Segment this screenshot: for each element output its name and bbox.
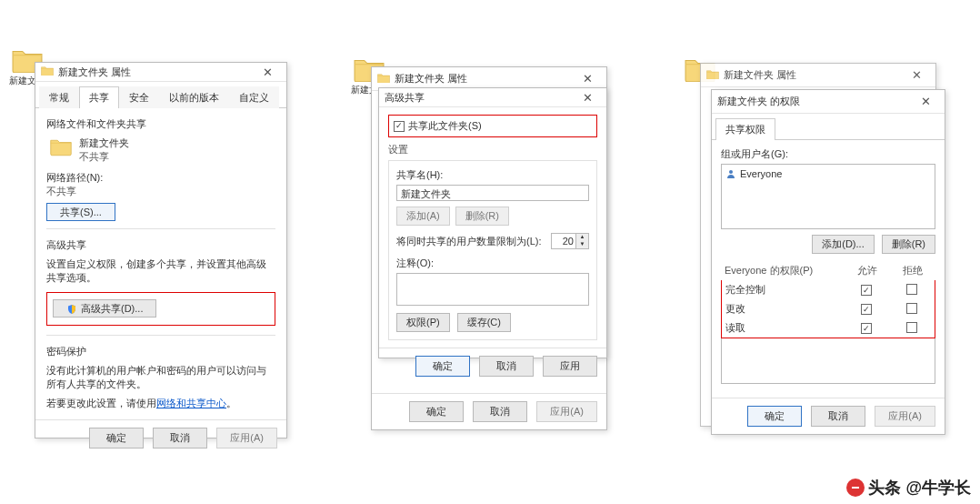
share-name-label: 共享名(H):: [396, 168, 589, 182]
titlebar[interactable]: 新建文件夹 属性 ✕: [701, 64, 935, 87]
add-user-button[interactable]: 添加(D)...: [812, 235, 874, 254]
comment-input[interactable]: [396, 273, 589, 306]
cancel-button[interactable]: 取消: [811, 406, 865, 427]
dialog-buttons: 确定 取消 应用(A): [712, 398, 945, 434]
advanced-share-button[interactable]: 高级共享(D)...: [53, 299, 156, 318]
perm-label: 完全控制: [722, 280, 844, 299]
checkbox-icon: [394, 121, 405, 132]
dialog-buttons: 确定 取消 应用(A): [35, 419, 286, 456]
spin-up-icon[interactable]: ▲: [576, 234, 588, 241]
share-button[interactable]: 共享(S)...: [46, 203, 115, 221]
titlebar[interactable]: 新建文件夹 属性 ✕: [35, 63, 286, 82]
close-icon[interactable]: ✕: [574, 70, 601, 88]
window-title: 新建文件夹 属性: [724, 68, 903, 82]
network-path-label: 网络路径(N):: [46, 171, 275, 185]
ok-button[interactable]: 确定: [415, 356, 470, 377]
table-row: 更改: [722, 299, 935, 318]
window-title: 新建文件夹 属性: [395, 72, 574, 86]
tab-custom[interactable]: 自定义: [229, 86, 279, 108]
cancel-button[interactable]: 取消: [473, 401, 527, 422]
allow-full-control-checkbox[interactable]: [861, 285, 872, 296]
table-row: 读取: [722, 318, 935, 338]
dialog-buttons: 确定 取消 应用(A): [372, 393, 606, 429]
permissions-dialog: 新建文件夹 的权限 ✕ 共享权限 组或用户名(G): Everyone 添加(D…: [711, 89, 945, 435]
advanced-desc: 设置自定义权限，创建多个共享，并设置其他高级共享选项。: [46, 257, 275, 285]
user-limit-input[interactable]: 20 ▲▼: [551, 233, 589, 249]
highlight-permissions: 完全控制 更改 读取: [721, 280, 935, 338]
spin-down-icon[interactable]: ▼: [576, 241, 588, 248]
comment-label: 注释(O):: [396, 257, 589, 270]
close-icon[interactable]: ✕: [912, 93, 939, 111]
dialog-buttons: 确定 取消 应用: [379, 348, 606, 384]
ok-button[interactable]: 确定: [409, 401, 464, 422]
people-icon: [725, 168, 736, 179]
share-pane: 网络文件和文件夹共享 新建文件夹 不共享 网络路径(N): 不共享 共享(S).…: [35, 108, 286, 419]
perm-label: 更改: [722, 299, 844, 318]
remove-user-button[interactable]: 删除(R): [882, 235, 935, 254]
remove-share-button[interactable]: 删除(R): [455, 207, 509, 226]
tab-general[interactable]: 常规: [39, 86, 79, 108]
apply-button[interactable]: 应用: [543, 356, 597, 377]
folder-name: 新建文件夹: [79, 136, 129, 150]
permissions-button[interactable]: 权限(P): [396, 313, 450, 332]
folder-icon: [50, 136, 72, 156]
folder-icon: [706, 69, 719, 82]
share-this-folder-checkbox[interactable]: 共享此文件夹(S): [394, 119, 592, 133]
attribution-text: 头条 @牛学长: [868, 477, 971, 499]
close-icon[interactable]: ✕: [574, 88, 601, 106]
deny-change-checkbox[interactable]: [906, 303, 917, 314]
window-title: 新建文件夹 属性: [58, 66, 254, 79]
highlight-share-this: 共享此文件夹(S): [388, 115, 597, 137]
allow-change-checkbox[interactable]: [861, 304, 872, 315]
shield-icon: [66, 304, 77, 315]
tab-security[interactable]: 安全: [119, 86, 159, 108]
list-item[interactable]: Everyone: [725, 168, 931, 179]
tab-share-permissions[interactable]: 共享权限: [715, 118, 775, 140]
apply-button[interactable]: 应用(A): [875, 406, 935, 427]
titlebar[interactable]: 新建文件夹 的权限 ✕: [712, 90, 945, 114]
titlebar[interactable]: 高级共享 ✕: [379, 88, 606, 107]
advanced-share-label: 高级共享(D)...: [81, 303, 143, 314]
tabstrip: 常规 共享 安全 以前的版本 自定义: [35, 82, 286, 108]
folder-icon: [377, 73, 390, 86]
add-share-button[interactable]: 添加(A): [396, 207, 450, 226]
section-password: 密码保护: [46, 345, 275, 358]
tab-share[interactable]: 共享: [79, 86, 119, 108]
cancel-button[interactable]: 取消: [153, 428, 207, 449]
properties-dialog: 新建文件夹 属性 ✕ 常规 共享 安全 以前的版本 自定义 网络文件和文件夹共享…: [35, 62, 287, 438]
window-title: 新建文件夹 的权限: [717, 95, 912, 108]
section-advanced: 高级共享: [46, 238, 275, 252]
tab-previous[interactable]: 以前的版本: [159, 86, 229, 108]
deny-header: 拒绝: [890, 261, 935, 280]
perm-label: 读取: [722, 318, 844, 338]
deny-full-control-checkbox[interactable]: [906, 284, 917, 295]
deny-read-checkbox[interactable]: [906, 322, 917, 333]
settings-group-label: 设置: [388, 143, 597, 156]
share-name-input[interactable]: 新建文件夹: [396, 185, 589, 201]
network-center-link[interactable]: 网络和共享中心: [156, 398, 226, 408]
apply-button[interactable]: 应用(A): [216, 428, 277, 449]
perm-header: Everyone 的权限(P): [721, 261, 845, 280]
spin-buttons[interactable]: ▲▼: [575, 234, 588, 248]
folder-icon: [41, 66, 54, 78]
password-line1: 没有此计算机的用户帐户和密码的用户可以访问与所有人共享的文件夹。: [46, 364, 275, 391]
ok-button[interactable]: 确定: [747, 406, 802, 427]
ok-button[interactable]: 确定: [89, 428, 144, 449]
network-path-value: 不共享: [46, 185, 275, 198]
close-icon[interactable]: ✕: [254, 63, 281, 81]
apply-button[interactable]: 应用(A): [536, 401, 597, 422]
password-line2: 若要更改此设置，请使用网络和共享中心。: [46, 397, 275, 410]
perm-list-continuation: [721, 338, 935, 384]
window-title: 高级共享: [385, 91, 574, 105]
share-status: 不共享: [79, 150, 129, 164]
user-name: Everyone: [740, 168, 782, 179]
cancel-button[interactable]: 取消: [479, 356, 534, 377]
close-icon[interactable]: ✕: [903, 66, 930, 85]
share-this-label: 共享此文件夹(S): [408, 119, 482, 133]
users-listbox[interactable]: Everyone: [721, 164, 935, 229]
cache-button[interactable]: 缓存(C): [457, 313, 511, 332]
toutiao-icon: [846, 479, 865, 497]
allow-read-checkbox[interactable]: [861, 323, 872, 334]
attribution: 头条 @牛学长: [846, 477, 971, 499]
advanced-share-dialog: 高级共享 ✕ 共享此文件夹(S) 设置 共享名(H): 新建文件夹 添加(A) …: [378, 87, 607, 358]
